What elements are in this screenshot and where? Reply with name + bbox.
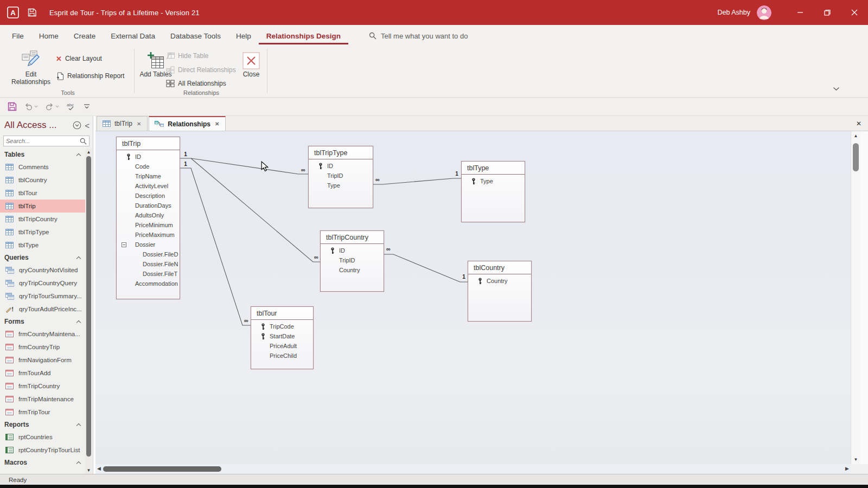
user-name[interactable]: Deb Ashby xyxy=(718,9,750,16)
er-field-startdate[interactable]: StartDate xyxy=(251,331,313,341)
nav-item-frmtriptour[interactable]: frmTripTour xyxy=(0,406,86,419)
close-tab-icon[interactable]: ✕ xyxy=(214,121,220,127)
close-relationships-button[interactable]: Close xyxy=(231,49,271,88)
er-field-accommodation[interactable]: Accommodation xyxy=(117,279,180,288)
er-table-tbltripcountry[interactable]: tblTripCountryIDTripIDCountry xyxy=(320,230,384,292)
nav-item-rptcountrytriptourlist[interactable]: rptCountryTripTourList xyxy=(0,444,86,457)
nav-menu-icon[interactable] xyxy=(73,121,81,130)
er-field-code[interactable]: Code xyxy=(117,162,180,171)
restore-button[interactable] xyxy=(814,0,841,25)
er-field-priceadult[interactable]: PriceAdult xyxy=(251,341,313,351)
er-field-id[interactable]: ID xyxy=(321,246,384,255)
scroll-down-icon[interactable]: ▼ xyxy=(852,456,859,463)
collapse-ribbon-icon[interactable] xyxy=(833,87,840,91)
menu-tab-help[interactable]: Help xyxy=(228,27,259,44)
close-tab-icon[interactable]: ✕ xyxy=(136,121,142,127)
hscroll-thumb[interactable] xyxy=(103,466,221,472)
nav-item-frmcountrytrip[interactable]: frmCountryTrip xyxy=(0,341,86,354)
nav-item-tbltour[interactable]: tblTour xyxy=(0,187,86,200)
nav-item-comments[interactable]: Comments xyxy=(0,160,86,174)
er-field-type[interactable]: Type xyxy=(309,181,373,190)
relationship-line[interactable] xyxy=(384,254,468,282)
er-table-tbltype[interactable]: tblTypeType xyxy=(461,161,525,222)
nav-item-tbltrip[interactable]: tblTrip xyxy=(0,200,86,213)
er-table-tbltour[interactable]: tblTourTripCodeStartDatePriceAdultPriceC… xyxy=(251,306,314,369)
er-table-title[interactable]: tblTour xyxy=(251,307,313,320)
titlebar-save-icon[interactable] xyxy=(28,8,36,17)
er-field-activitylevel[interactable]: ActivityLevel xyxy=(117,181,180,191)
vscroll-thumb[interactable] xyxy=(853,143,859,171)
er-table-title[interactable]: tblCountry xyxy=(468,261,531,274)
edit-relationships-button[interactable]: Edit Relationships xyxy=(11,49,51,88)
relationship-line[interactable] xyxy=(180,168,251,325)
nav-item-tbltripcountry[interactable]: tblTripCountry xyxy=(0,213,86,226)
scroll-up-icon[interactable]: ▲ xyxy=(85,149,92,156)
minimize-button[interactable] xyxy=(787,0,814,25)
menu-tab-relationships-design[interactable]: Relationships Design xyxy=(259,27,348,44)
nav-section-forms[interactable]: Forms xyxy=(0,316,86,328)
close-object-icon[interactable]: ✕ xyxy=(856,120,861,127)
er-field-id[interactable]: ID xyxy=(117,152,180,162)
nav-item-qrycountrynotvisited[interactable]: qryCountryNotVisited xyxy=(0,264,86,277)
er-field-tripid[interactable]: TripID xyxy=(309,171,373,181)
relationship-line[interactable] xyxy=(373,178,461,184)
clear-layout-button[interactable]: ✕ Clear Layout xyxy=(56,54,102,63)
nav-section-reports[interactable]: Reports xyxy=(0,419,86,431)
nav-item-frmtripmaintenance[interactable]: frmTripMaintenance xyxy=(0,393,86,406)
shutter-collapse-icon[interactable]: < xyxy=(85,121,90,130)
nav-item-qrytouradultpriceinc[interactable]: !qryTourAdultPriceInc... xyxy=(0,303,86,316)
relationship-report-button[interactable]: Relationship Report xyxy=(56,71,124,81)
document-tab-tbltrip[interactable]: tblTrip✕ xyxy=(97,116,148,131)
nav-scrollbar[interactable]: ▲ ▼ xyxy=(85,149,92,474)
relationships-canvas[interactable]: 1∞∞1∞∞1∞1 tblTripIDCodeTripNameActivityL… xyxy=(95,131,851,464)
scroll-down-icon[interactable]: ▼ xyxy=(85,467,92,474)
menu-tab-file[interactable]: File xyxy=(4,27,31,44)
er-table-tbltrip[interactable]: tblTripIDCodeTripNameActivityLevelDescri… xyxy=(116,137,180,299)
er-field-pricechild[interactable]: PriceChild xyxy=(251,351,313,361)
nav-item-frmcountrymaintena[interactable]: frmCountryMaintena... xyxy=(0,328,86,341)
search-icon[interactable] xyxy=(80,138,87,145)
er-field-description[interactable]: Description xyxy=(117,191,180,201)
nav-search-input[interactable] xyxy=(6,138,80,144)
scroll-left-icon[interactable]: ◀ xyxy=(97,466,101,471)
er-field-durationdays[interactable]: DurationDays xyxy=(117,201,180,210)
er-field-pricemaximum[interactable]: PriceMaximum xyxy=(117,230,180,240)
nav-item-tbltriptype[interactable]: tblTripType xyxy=(0,226,86,239)
nav-item-frmnavigationform[interactable]: frmNavigationForm xyxy=(0,354,86,367)
canvas-horizontal-scrollbar[interactable]: ◀ ▶ xyxy=(95,464,851,474)
er-field-priceminimum[interactable]: PriceMinimum xyxy=(117,220,180,230)
er-field-dossier-filet[interactable]: Dossier.FileT xyxy=(117,269,180,279)
nav-item-rptcountries[interactable]: rptCountries xyxy=(0,431,86,444)
nav-item-tbltype[interactable]: tblType xyxy=(0,239,86,252)
er-field-country[interactable]: Country xyxy=(468,276,531,286)
menu-tab-external-data[interactable]: External Data xyxy=(103,27,163,44)
er-table-title[interactable]: tblTripType xyxy=(309,146,373,159)
er-field-type[interactable]: Type xyxy=(462,176,525,186)
nav-item-frmtripcountry[interactable]: frmTripCountry xyxy=(0,380,86,393)
menu-tab-home[interactable]: Home xyxy=(31,27,66,44)
er-table-title[interactable]: tblType xyxy=(462,162,525,175)
er-table-title[interactable]: tblTrip xyxy=(117,137,180,150)
nav-section-queries[interactable]: Queries xyxy=(0,252,86,264)
er-table-title[interactable]: tblTripCountry xyxy=(321,231,384,244)
er-field-id[interactable]: ID xyxy=(309,161,373,171)
tell-me-search[interactable]: Tell me what you want to do xyxy=(369,32,468,40)
nav-search-box[interactable] xyxy=(3,136,90,146)
er-field-tripcode[interactable]: TripCode xyxy=(251,322,313,331)
er-field-tripname[interactable]: TripName xyxy=(117,171,180,181)
scroll-up-icon[interactable]: ▲ xyxy=(852,132,859,139)
menu-tab-database-tools[interactable]: Database Tools xyxy=(163,27,228,44)
nav-section-tables[interactable]: Tables xyxy=(0,149,86,160)
all-relationships-button[interactable]: All Relationships xyxy=(166,79,226,88)
save-icon[interactable] xyxy=(8,102,17,111)
relationship-line[interactable] xyxy=(180,158,308,174)
er-field-tripid[interactable]: TripID xyxy=(321,255,384,265)
nav-pane-header[interactable]: All Access ... < xyxy=(0,116,93,134)
nav-item-tblcountry[interactable]: tblCountry xyxy=(0,174,86,187)
scroll-right-icon[interactable]: ▶ xyxy=(845,466,849,471)
canvas-vertical-scrollbar[interactable]: ▲ ▼ xyxy=(851,131,860,464)
customize-qat-icon[interactable] xyxy=(84,104,90,110)
er-field-adultsonly[interactable]: AdultsOnly xyxy=(117,210,180,220)
er-table-tbltriptype[interactable]: tblTripTypeIDTripIDType xyxy=(308,146,373,208)
nav-item-frmtouradd[interactable]: frmTourAdd xyxy=(0,367,86,380)
